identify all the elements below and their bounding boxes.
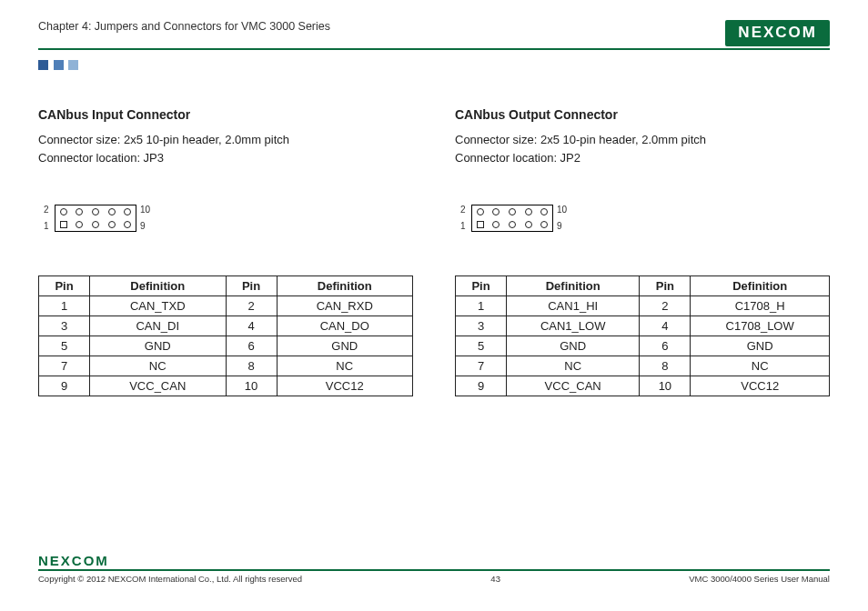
pin-icon <box>492 208 500 215</box>
left-section-title: CANbus Input Connector <box>38 107 413 122</box>
pin-icon <box>509 208 516 215</box>
pin-icon <box>509 221 516 228</box>
pin-icon <box>108 208 116 215</box>
pin-icon <box>124 221 131 228</box>
brand-x-icon: X <box>61 553 72 568</box>
right-size: Connector size: 2x5 10-pin header, 2.0mm… <box>455 131 830 149</box>
cell-pin: 3 <box>456 316 507 336</box>
brand-text-right: COM <box>775 24 817 41</box>
left-column: CANbus Input Connector Connector size: 2… <box>38 107 413 396</box>
diag-row-bot <box>472 218 552 231</box>
cell-def: GND <box>277 336 413 356</box>
diag-label-10: 10 <box>140 205 150 215</box>
right-section-title: CANbus Output Connector <box>455 107 830 122</box>
pin-icon <box>108 221 116 228</box>
left-size: Connector size: 2x5 10-pin header, 2.0mm… <box>38 131 413 149</box>
diag-box <box>471 205 553 232</box>
cell-def: VCC_CAN <box>90 376 227 396</box>
cell-def: CAN1_HI <box>507 296 640 316</box>
brand-x-icon: X <box>763 24 775 41</box>
cell-def: GND <box>507 336 640 356</box>
pin-icon <box>76 221 83 228</box>
th-def: Definition <box>507 276 640 296</box>
table-row: 1 CAN_TXD 2 CAN_RXD <box>39 296 413 316</box>
pin-icon <box>92 208 99 215</box>
pin-icon <box>492 221 500 228</box>
diag-row-top <box>472 205 552 218</box>
cell-def: CAN_DO <box>277 316 413 336</box>
right-connector-diagram: 2 10 1 9 <box>455 201 582 241</box>
table-header-row: Pin Definition Pin Definition <box>456 276 830 296</box>
header-rule <box>38 48 830 50</box>
cell-pin: 4 <box>226 316 277 336</box>
cell-pin: 5 <box>456 336 507 356</box>
page-footer: NEXCOM Copyright © 2012 NEXCOM Internati… <box>38 553 830 584</box>
cell-pin: 8 <box>640 356 691 376</box>
cell-pin: 10 <box>640 376 691 396</box>
cell-pin: 9 <box>456 376 507 396</box>
th-pin: Pin <box>640 276 691 296</box>
cell-pin: 6 <box>226 336 277 356</box>
pin1-icon <box>477 221 484 228</box>
page-number: 43 <box>490 574 500 584</box>
pin-icon <box>76 208 83 215</box>
left-description: Connector size: 2x5 10-pin header, 2.0mm… <box>38 131 413 166</box>
th-pin: Pin <box>456 276 507 296</box>
cell-def: GND <box>691 336 830 356</box>
cell-pin: 3 <box>39 316 90 336</box>
pin-icon <box>525 208 532 215</box>
diag-label-1: 1 <box>460 221 466 231</box>
right-description: Connector size: 2x5 10-pin header, 2.0mm… <box>455 131 830 166</box>
diag-box <box>55 205 136 232</box>
cell-def: GND <box>90 336 227 356</box>
table-row: 1 CAN1_HI 2 C1708_H <box>456 296 830 316</box>
left-connector-diagram: 2 10 1 9 <box>38 201 166 241</box>
brand-text-left: NE <box>738 24 763 41</box>
cell-pin: 10 <box>226 376 277 396</box>
decor-squares <box>38 59 830 73</box>
cell-pin: 6 <box>640 336 691 356</box>
th-pin: Pin <box>39 276 90 296</box>
cell-pin: 8 <box>226 356 277 376</box>
pin-icon <box>124 208 131 215</box>
cell-def: C1708_H <box>691 296 830 316</box>
left-pin-table: Pin Definition Pin Definition 1 CAN_TXD … <box>38 275 413 396</box>
cell-def: NC <box>90 356 227 376</box>
cell-def: VCC12 <box>277 376 413 396</box>
cell-pin: 9 <box>39 376 90 396</box>
footer-rule <box>38 569 830 571</box>
diag-label-10: 10 <box>557 205 567 215</box>
diag-label-9: 9 <box>557 221 562 231</box>
pin-icon <box>540 221 548 228</box>
table-row: 3 CAN_DI 4 CAN_DO <box>39 316 413 336</box>
right-pin-table: Pin Definition Pin Definition 1 CAN1_HI … <box>455 275 830 396</box>
cell-pin: 1 <box>456 296 507 316</box>
cell-def: CAN_RXD <box>277 296 413 316</box>
table-row: 9 VCC_CAN 10 VCC12 <box>39 376 413 396</box>
cell-def: NC <box>277 356 413 376</box>
chapter-title: Chapter 4: Jumpers and Connectors for VM… <box>38 20 330 33</box>
footer-brand-logo: NEXCOM <box>38 553 830 568</box>
cell-pin: 5 <box>39 336 90 356</box>
cell-pin: 7 <box>456 356 507 376</box>
th-def: Definition <box>90 276 227 296</box>
cell-def: CAN1_LOW <box>507 316 640 336</box>
cell-pin: 7 <box>39 356 90 376</box>
pin-icon <box>60 208 67 215</box>
cell-def: CAN_DI <box>90 316 227 336</box>
left-location: Connector location: JP3 <box>38 149 413 167</box>
right-location: Connector location: JP2 <box>455 149 830 167</box>
footer-row: Copyright © 2012 NEXCOM International Co… <box>38 574 830 584</box>
diag-label-2: 2 <box>460 205 466 215</box>
content-columns: CANbus Input Connector Connector size: 2… <box>38 107 830 396</box>
diag-label-9: 9 <box>140 221 146 231</box>
manual-name: VMC 3000/4000 Series User Manual <box>689 574 830 584</box>
pin-icon <box>92 221 99 228</box>
pin-icon <box>477 208 484 215</box>
table-row: 9 VCC_CAN 10 VCC12 <box>456 376 830 396</box>
decor-square-3 <box>68 60 78 70</box>
brand-text-left: NE <box>38 553 61 568</box>
table-row: 5 GND 6 GND <box>456 336 830 356</box>
page-header: Chapter 4: Jumpers and Connectors for VM… <box>38 20 830 46</box>
diag-row-top <box>56 205 136 218</box>
